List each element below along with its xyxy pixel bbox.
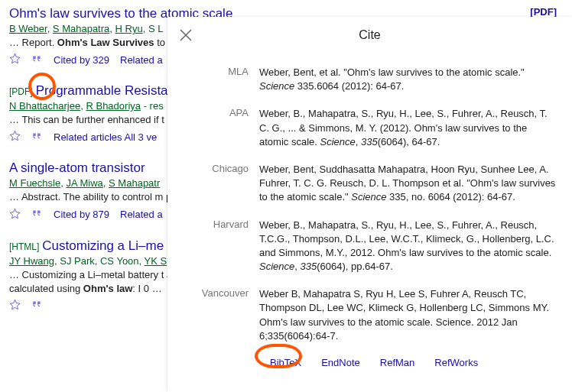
- export-bibtex[interactable]: BibTeX: [270, 357, 301, 368]
- cite-table: MLA Weber, Bent, et al. "Ohm's law survi…: [181, 66, 558, 343]
- result-prefix: [PDF]: [9, 86, 33, 97]
- cite-label: Chicago: [181, 163, 259, 205]
- cite-modal-title: Cite: [359, 28, 380, 42]
- close-icon[interactable]: [177, 26, 195, 44]
- result-title[interactable]: Programmable Resista: [36, 83, 168, 99]
- export-links: BibTeX EndNote RefMan RefWorks: [181, 357, 558, 368]
- cite-row-apa: APA Weber, B., Mahapatra, S., Ryu, H., L…: [181, 107, 558, 149]
- pdf-badge[interactable]: [PDF]: [530, 6, 557, 18]
- cite-row-mla: MLA Weber, Bent, et al. "Ohm's law survi…: [181, 66, 558, 93]
- cite-label: APA: [181, 107, 259, 149]
- cite-text[interactable]: Weber, B., Mahapatra, S., Ryu, H., Lee, …: [259, 107, 558, 149]
- quote-icon[interactable]: [31, 208, 43, 221]
- cite-text[interactable]: Weber, B., Mahapatra, S., Ryu, H., Lee, …: [259, 219, 558, 274]
- cite-modal-header: Cite: [181, 17, 558, 53]
- quote-icon[interactable]: [31, 131, 43, 144]
- cite-label: Vancouver: [181, 287, 259, 343]
- export-endnote[interactable]: EndNote: [321, 357, 360, 368]
- cite-row-harvard: Harvard Weber, B., Mahapatra, S., Ryu, H…: [181, 219, 558, 274]
- cite-text[interactable]: Weber B, Mahapatra S, Ryu H, Lee S, Fuhr…: [259, 287, 558, 343]
- quote-icon[interactable]: [31, 299, 43, 312]
- star-icon[interactable]: [9, 208, 21, 222]
- result-title[interactable]: A single-atom transistor: [9, 160, 145, 176]
- cited-by-link[interactable]: Cited by 879: [54, 209, 109, 220]
- cite-label: MLA: [181, 66, 259, 93]
- cite-row-vancouver: Vancouver Weber B, Mahapatra S, Ryu H, L…: [181, 287, 558, 343]
- related-link[interactable]: Related a: [120, 54, 163, 66]
- result-prefix: [HTML]: [9, 241, 39, 252]
- quote-icon[interactable]: [31, 53, 43, 66]
- cite-label: Harvard: [181, 219, 259, 274]
- star-icon[interactable]: [9, 130, 21, 144]
- cite-text[interactable]: Weber, Bent, et al. "Ohm's law survives …: [259, 66, 558, 93]
- star-icon[interactable]: [9, 53, 21, 66]
- export-refman[interactable]: RefMan: [380, 357, 415, 368]
- cited-by-link[interactable]: Cited by 329: [54, 54, 109, 66]
- related-link[interactable]: Related articles All 3 ve: [54, 131, 157, 143]
- related-link[interactable]: Related a: [120, 209, 163, 220]
- star-icon[interactable]: [9, 299, 21, 313]
- cite-row-chicago: Chicago Weber, Bent, Suddhasatta Mahapat…: [181, 163, 558, 205]
- cite-text[interactable]: Weber, Bent, Suddhasatta Mahapatra, Hoon…: [259, 163, 558, 205]
- export-refworks[interactable]: RefWorks: [434, 357, 478, 368]
- cite-modal: Cite MLA Weber, Bent, et al. "Ohm's law …: [167, 17, 572, 392]
